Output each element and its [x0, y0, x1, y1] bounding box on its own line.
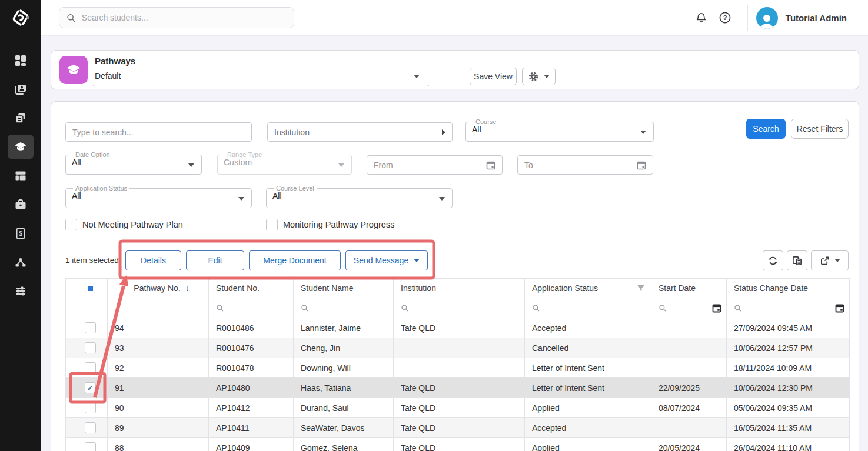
table-row[interactable]: 88 AP10409 Gomez, Selena Tafe QLD Applie… [66, 438, 850, 451]
from-date-input[interactable]: From [367, 155, 503, 175]
checkbox[interactable] [266, 219, 278, 230]
row-select-cell[interactable] [66, 398, 108, 418]
column-header-status-change-date[interactable]: Status Change Date [727, 279, 850, 298]
student-no-link[interactable]: AP10409 [209, 438, 294, 451]
filter-cell-institution[interactable] [394, 298, 525, 318]
send-message-button[interactable]: Send Message [345, 250, 428, 270]
merge-document-button[interactable]: Merge Document [249, 250, 341, 270]
filter-cell-pathway-no[interactable] [108, 298, 209, 318]
filter-cell-application-status[interactable] [525, 298, 651, 318]
type-to-search-input[interactable]: Type to search... [65, 122, 252, 142]
filter-cell-status-change-date[interactable] [727, 298, 850, 318]
student-no-link[interactable]: AP10480 [209, 378, 294, 398]
select-all-cell[interactable] [66, 279, 108, 298]
row-select-cell[interactable]: ✓ [66, 378, 108, 398]
filter-funnel-icon[interactable] [637, 284, 645, 292]
range-type-dropdown[interactable]: Range Type Custom [217, 152, 352, 175]
sidebar-item-dashboard[interactable] [8, 48, 34, 72]
view-settings-button[interactable] [522, 68, 556, 85]
global-search[interactable] [59, 7, 294, 28]
table-row[interactable]: 89 AP10411 SeaWater, Davos Tafe QLD Acce… [66, 418, 850, 438]
checkbox[interactable] [65, 219, 77, 230]
refresh-button[interactable] [763, 250, 783, 270]
app-logo[interactable] [0, 0, 41, 35]
sidebar-item-boards[interactable] [8, 163, 34, 188]
pathway-no-link[interactable]: 91 [108, 378, 209, 398]
column-header-institution[interactable]: Institution [394, 279, 525, 298]
monitoring-pathway-progress-checkbox[interactable]: Monitoring Pathway Progress [266, 219, 394, 230]
sidebar-item-invoices[interactable]: $ [8, 221, 34, 245]
pathway-no-link[interactable]: 92 [108, 358, 209, 378]
column-header-start-date[interactable]: Start Date [651, 279, 727, 298]
row-checkbox[interactable] [85, 322, 96, 333]
student-name-link[interactable]: Cheng, Jin [294, 338, 394, 358]
filter-cell-start-date[interactable] [651, 298, 727, 318]
filter-cell-student-no[interactable] [209, 298, 294, 318]
row-select-cell[interactable] [66, 358, 108, 378]
student-name-link[interactable]: SeaWater, Davos [294, 418, 394, 438]
student-name-link[interactable]: Haas, Tatiana [294, 378, 394, 398]
row-checkbox[interactable] [85, 442, 96, 451]
sidebar-item-students[interactable] [8, 77, 34, 101]
calendar-icon[interactable] [712, 303, 721, 313]
application-status-dropdown[interactable]: Application Status All [65, 185, 252, 208]
row-select-cell[interactable] [66, 438, 108, 451]
row-select-cell[interactable] [66, 318, 108, 338]
help-button[interactable]: ? [713, 6, 737, 29]
export-button[interactable] [811, 250, 849, 270]
search-button[interactable]: Search [746, 119, 786, 139]
column-header-pathway-no[interactable]: Pathway No.↓ [108, 279, 209, 298]
student-name-link[interactable]: Durand, Saul [294, 398, 394, 418]
row-checkbox[interactable] [85, 422, 96, 433]
sidebar-item-agents[interactable] [8, 250, 34, 274]
search-students-input[interactable] [82, 13, 287, 22]
row-checkbox[interactable] [85, 362, 96, 373]
user-name[interactable]: Tutorial Admin [786, 13, 847, 23]
student-name-link[interactable]: Downing, Will [294, 358, 394, 378]
pathway-no-link[interactable]: 94 [108, 318, 209, 338]
column-header-application-status[interactable]: Application Status [525, 279, 651, 298]
student-no-link[interactable]: AP10411 [209, 418, 294, 438]
student-no-link[interactable]: R0010478 [209, 358, 294, 378]
row-select-cell[interactable] [66, 338, 108, 358]
student-name-link[interactable]: Gomez, Selena [294, 438, 394, 451]
student-no-link[interactable]: R0010486 [209, 318, 294, 338]
column-chooser-button[interactable] [787, 250, 807, 270]
edit-button[interactable]: Edit [186, 250, 244, 270]
student-no-link[interactable]: AP10412 [209, 398, 294, 418]
pathway-no-link[interactable]: 88 [108, 438, 209, 451]
table-row[interactable]: 93 R0010476 Cheng, Jin Cancelled 10/06/2… [66, 338, 850, 358]
table-row[interactable]: ✓ 91 AP10480 Haas, Tatiana Tafe QLD Lett… [66, 378, 850, 398]
student-no-link[interactable]: R0010476 [209, 338, 294, 358]
select-all-checkbox[interactable] [85, 283, 95, 293]
sidebar-item-applications[interactable] [8, 106, 34, 130]
calendar-icon[interactable] [835, 303, 844, 313]
not-meeting-pathway-plan-checkbox[interactable]: Not Meeting Pathway Plan [65, 219, 183, 230]
sidebar-item-settings[interactable] [8, 279, 34, 303]
pathway-no-link[interactable]: 93 [108, 338, 209, 358]
table-row[interactable]: 92 R0010478 Downing, Will Letter of Inte… [66, 358, 850, 378]
notifications-button[interactable] [690, 6, 713, 29]
date-option-dropdown[interactable]: Date Option All [65, 152, 202, 175]
course-level-dropdown[interactable]: Course Level All [266, 185, 453, 208]
details-button[interactable]: Details [125, 250, 181, 270]
column-header-student-name[interactable]: Student Name [294, 279, 394, 298]
view-selector[interactable]: Default [92, 67, 430, 86]
user-avatar[interactable] [756, 7, 778, 29]
row-checkbox[interactable]: ✓ [85, 382, 96, 393]
reset-filters-button[interactable]: Reset Filters [791, 119, 849, 139]
filter-cell-student-name[interactable] [294, 298, 394, 318]
institution-dropdown[interactable]: Institution [267, 122, 453, 142]
sidebar-item-services[interactable] [8, 192, 34, 216]
save-view-button[interactable]: Save View [470, 68, 517, 85]
row-checkbox[interactable] [85, 342, 96, 353]
to-date-input[interactable]: To [517, 155, 653, 175]
row-select-cell[interactable] [66, 418, 108, 438]
table-row[interactable]: 90 AP10412 Durand, Saul Tafe QLD Applied… [66, 398, 850, 418]
pathway-no-link[interactable]: 89 [108, 418, 209, 438]
sidebar-item-pathways[interactable] [8, 135, 34, 159]
row-checkbox[interactable] [85, 402, 96, 413]
table-row[interactable]: 94 R0010486 Lannister, Jaime Tafe QLD Ac… [66, 318, 850, 338]
course-dropdown[interactable]: Course All [465, 119, 654, 142]
student-name-link[interactable]: Lannister, Jaime [294, 318, 394, 338]
